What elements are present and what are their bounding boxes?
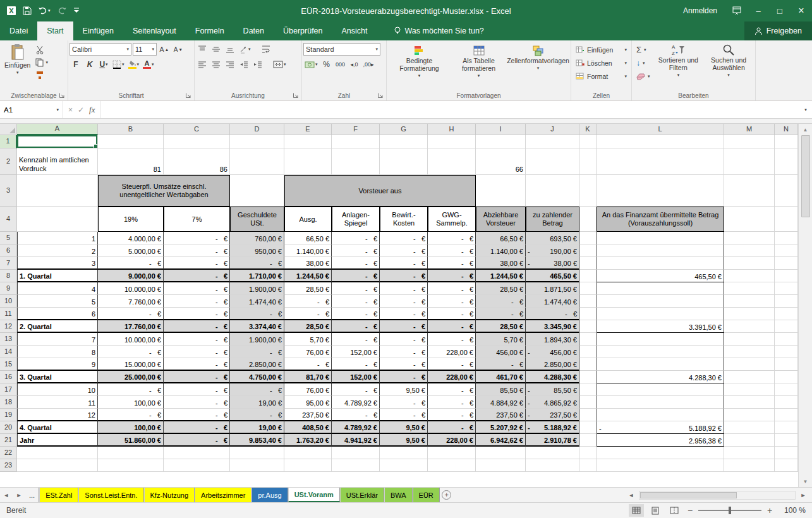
cell-K12[interactable] bbox=[579, 320, 597, 333]
cell-N16[interactable] bbox=[775, 371, 798, 383]
cell-N11[interactable] bbox=[775, 308, 798, 320]
cell-H20[interactable]: - € bbox=[428, 421, 476, 434]
cell-D11[interactable]: - € bbox=[230, 308, 284, 320]
add-sheet-button[interactable]: + bbox=[440, 488, 454, 502]
cell-B22[interactable] bbox=[98, 447, 164, 459]
orientation-button[interactable]: ▾ bbox=[238, 43, 252, 56]
maximize-button[interactable]: □ bbox=[769, 0, 791, 21]
cell-G13[interactable]: - € bbox=[380, 333, 428, 346]
column-header-F[interactable]: F bbox=[332, 124, 380, 135]
cell-L14[interactable] bbox=[597, 346, 724, 358]
name-box[interactable]: A1▾ bbox=[0, 101, 63, 118]
align-bottom-button[interactable] bbox=[224, 43, 236, 56]
cell-M11[interactable] bbox=[724, 308, 775, 320]
cell-B20[interactable]: 100,00 € bbox=[98, 421, 164, 434]
cell-A23[interactable] bbox=[17, 459, 98, 472]
row-header-21[interactable]: 21 bbox=[0, 434, 17, 447]
cell-E11[interactable]: - € bbox=[284, 308, 332, 320]
cell-A3[interactable] bbox=[17, 175, 98, 207]
cell-E7[interactable]: 38,00 € bbox=[284, 257, 332, 270]
cell-N14[interactable] bbox=[775, 346, 798, 358]
cell-J16[interactable]: 4.288,30 € bbox=[526, 371, 579, 383]
cell-G8[interactable]: - € bbox=[380, 270, 428, 282]
cell-M8[interactable] bbox=[724, 270, 775, 282]
cell-J3[interactable] bbox=[526, 175, 579, 207]
column-header-M[interactable]: M bbox=[724, 124, 775, 135]
cell-K11[interactable] bbox=[579, 308, 597, 320]
cell-A6[interactable]: 2 bbox=[17, 244, 98, 257]
fill-button[interactable]: ↓▾ bbox=[633, 56, 653, 69]
cell-A7[interactable]: 3 bbox=[17, 257, 98, 270]
cell-N23[interactable] bbox=[775, 459, 798, 472]
cell-K8[interactable] bbox=[579, 270, 597, 282]
cell-J19[interactable]: -237,50 € bbox=[526, 409, 579, 421]
sheet-tab-arbeitszimmer[interactable]: Arbeitszimmer bbox=[195, 488, 251, 502]
cell-B5[interactable]: 4.000,00 € bbox=[98, 232, 164, 244]
cell-J21[interactable]: 2.910,78 € bbox=[526, 434, 579, 447]
cell-D20[interactable]: 19,00 € bbox=[230, 421, 284, 434]
page-break-view-button[interactable] bbox=[667, 504, 682, 517]
ribbon-tab-datei[interactable]: Datei bbox=[0, 21, 37, 40]
cell-E10[interactable]: - € bbox=[284, 295, 332, 308]
cell-K6[interactable] bbox=[579, 244, 597, 257]
format-as-table-button[interactable]: Als Tabelle formatieren▾ bbox=[449, 42, 509, 90]
sheet-tab-kfz-nutzung[interactable]: Kfz-Nutzung bbox=[144, 488, 195, 502]
cell-C12[interactable]: - € bbox=[164, 320, 230, 333]
row-header-22[interactable]: 22 bbox=[0, 447, 17, 459]
cell-N21[interactable] bbox=[775, 434, 798, 447]
column-header-I[interactable]: I bbox=[476, 124, 526, 135]
cell-F16[interactable]: 152,00 € bbox=[332, 371, 380, 383]
cell-K15[interactable] bbox=[579, 358, 597, 371]
paste-button[interactable]: Einfügen▾ bbox=[1, 42, 33, 90]
sheet-scroll-left-arrow[interactable]: ◄ bbox=[0, 488, 13, 502]
cell-M5[interactable] bbox=[724, 232, 775, 244]
cell-N9[interactable] bbox=[775, 282, 798, 295]
cell-L23[interactable] bbox=[597, 459, 724, 472]
cell-N20[interactable] bbox=[775, 421, 798, 434]
cell-K4[interactable] bbox=[579, 207, 597, 232]
cell-A19[interactable]: 12 bbox=[17, 409, 98, 421]
save-button[interactable] bbox=[23, 6, 32, 15]
zoom-slider-thumb[interactable] bbox=[729, 507, 731, 514]
cell-G22[interactable] bbox=[380, 447, 428, 459]
cell-G9[interactable]: - € bbox=[380, 282, 428, 295]
cut-button[interactable] bbox=[33, 44, 50, 56]
column-header-L[interactable]: L bbox=[597, 124, 724, 135]
cell-K13[interactable] bbox=[579, 333, 597, 346]
cell-K16[interactable] bbox=[579, 371, 597, 383]
cell-H7[interactable]: - € bbox=[428, 257, 476, 270]
cell-H5[interactable]: - € bbox=[428, 232, 476, 244]
align-top-button[interactable] bbox=[196, 43, 209, 56]
cell-N2[interactable] bbox=[775, 148, 798, 175]
cell-I22[interactable] bbox=[476, 447, 526, 459]
cell-I17[interactable]: 85,50 € bbox=[476, 383, 526, 396]
row-header-23[interactable]: 23 bbox=[0, 459, 17, 472]
cell-F13[interactable]: - € bbox=[332, 333, 380, 346]
undo-button[interactable]: ▾ bbox=[38, 6, 51, 15]
cell-F21[interactable]: 4.941,92 € bbox=[332, 434, 380, 447]
cell-G14[interactable]: - € bbox=[380, 346, 428, 358]
cell-D16[interactable]: 4.750,00 € bbox=[230, 371, 284, 383]
tell-me-box[interactable]: Was möchten Sie tun? bbox=[394, 21, 484, 40]
wrap-text-button[interactable] bbox=[260, 43, 272, 56]
cell-I4[interactable]: Abziehbare Vorsteuer bbox=[476, 207, 526, 232]
cell-A22[interactable] bbox=[17, 447, 98, 459]
cell-H9[interactable]: - € bbox=[428, 282, 476, 295]
ribbon-tab-formeln[interactable]: Formeln bbox=[186, 21, 234, 40]
cell-B23[interactable] bbox=[98, 459, 164, 472]
cell-M1[interactable] bbox=[724, 135, 775, 148]
cell-E14[interactable]: 76,00 € bbox=[284, 346, 332, 358]
cell-C10[interactable]: - € bbox=[164, 295, 230, 308]
cell-E2[interactable] bbox=[284, 148, 332, 175]
cell-A8[interactable]: 1. Quartal bbox=[17, 270, 98, 282]
cell-D3[interactable] bbox=[230, 175, 284, 207]
ribbon-tab-ansicht[interactable]: Ansicht bbox=[332, 21, 377, 40]
format-painter-button[interactable] bbox=[33, 69, 50, 81]
format-cells-button[interactable]: Format▾ bbox=[573, 69, 630, 83]
cell-E18[interactable]: 95,00 € bbox=[284, 396, 332, 409]
cell-M9[interactable] bbox=[724, 282, 775, 295]
cell-L1[interactable] bbox=[597, 135, 724, 148]
insert-cells-button[interactable]: Einfügen▾ bbox=[573, 43, 630, 56]
row-header-13[interactable]: 13 bbox=[0, 333, 17, 346]
cell-E5[interactable]: 66,50 € bbox=[284, 232, 332, 244]
